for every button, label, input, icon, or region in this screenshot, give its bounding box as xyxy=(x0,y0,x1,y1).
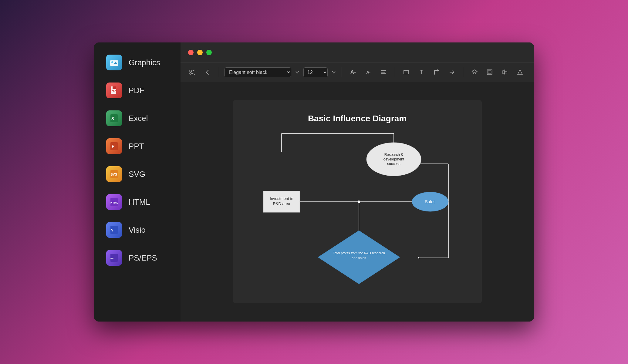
toolbar: Elegant soft black Arial Helvetica 12 81… xyxy=(181,62,534,82)
title-bar xyxy=(181,42,534,62)
html-label: HTML xyxy=(129,197,150,207)
svg-text:Sales: Sales xyxy=(425,199,435,204)
pseps-label: PS/EPS xyxy=(129,253,157,263)
svg-text:PS: PS xyxy=(110,257,114,260)
canvas-area: Basic Influence Diagram xyxy=(181,82,534,322)
maximize-button[interactable] xyxy=(206,50,212,55)
connector-button[interactable] xyxy=(431,66,442,78)
toolbar-divider-4 xyxy=(463,67,463,77)
svg-point-41 xyxy=(358,201,360,203)
svg-rect-25 xyxy=(404,70,409,74)
graphics-label: Graphics xyxy=(129,58,160,67)
ppt-icon: P xyxy=(106,138,122,154)
layers-button[interactable] xyxy=(469,66,480,78)
svg-text:P: P xyxy=(112,144,114,149)
sidebar-item-pdf[interactable]: PDF PDF xyxy=(97,77,177,104)
svg-line-21 xyxy=(191,73,195,75)
svg-line-20 xyxy=(191,70,195,72)
scissors-button[interactable] xyxy=(187,66,198,78)
svg-point-19 xyxy=(190,72,191,74)
svg-text:Research &: Research & xyxy=(384,153,403,157)
rectangle-button[interactable] xyxy=(400,66,412,78)
svg-point-1 xyxy=(111,61,113,63)
svg-text:Investment in: Investment in xyxy=(270,196,293,201)
svg-rect-28 xyxy=(488,71,491,74)
svg-marker-32 xyxy=(518,70,522,75)
svg-text:Total profits from the R&D res: Total profits from the R&D research xyxy=(333,251,385,255)
sidebar-item-ppt[interactable]: P PPT xyxy=(97,133,177,160)
svg-text:SVG: SVG xyxy=(111,173,117,176)
svg-rect-30 xyxy=(503,71,505,74)
svg-text:R&D area: R&D area xyxy=(273,201,290,206)
svg-rect-27 xyxy=(487,70,492,75)
svg-text:HTML: HTML xyxy=(110,201,118,204)
frame-button[interactable] xyxy=(484,66,495,78)
pdf-icon: PDF xyxy=(106,83,122,98)
sidebar-item-pseps[interactable]: PS PS/EPS xyxy=(97,244,177,271)
sidebar: Graphics PDF PDF X Excel xyxy=(94,42,181,322)
align-horizontal-button[interactable] xyxy=(514,66,526,78)
html-icon: HTML xyxy=(106,194,122,210)
svg-icon: SVG xyxy=(106,166,122,182)
back-button[interactable] xyxy=(202,66,213,78)
svg-text:V: V xyxy=(111,228,113,232)
excel-icon: X xyxy=(106,110,122,126)
diagram-title: Basic Influence Diagram xyxy=(308,114,407,123)
sidebar-item-svg[interactable]: SVG SVG xyxy=(97,161,177,187)
close-button[interactable] xyxy=(188,50,194,55)
svg-text:X: X xyxy=(111,116,114,121)
svg-point-18 xyxy=(190,70,191,72)
sidebar-item-graphics[interactable]: Graphics xyxy=(97,49,177,76)
sidebar-item-html[interactable]: HTML HTML xyxy=(97,189,177,215)
arrow-button[interactable] xyxy=(446,66,457,78)
visio-label: Visio xyxy=(129,225,146,235)
app-window: Graphics PDF PDF X Excel xyxy=(94,42,534,322)
visio-icon: V xyxy=(106,222,122,238)
size-dropdown-icon xyxy=(331,70,336,75)
toolbar-divider-2 xyxy=(342,67,342,77)
svg-rect-0 xyxy=(110,60,118,66)
pseps-icon: PS xyxy=(106,250,122,266)
svg-rect-4 xyxy=(113,86,116,89)
svg-text:PDF: PDF xyxy=(112,90,116,92)
sidebar-item-excel[interactable]: X Excel xyxy=(97,105,177,132)
excel-label: Excel xyxy=(129,114,148,123)
toolbar-divider-3 xyxy=(395,67,395,77)
minimize-button[interactable] xyxy=(197,50,203,55)
font-selector[interactable]: Elegant soft black Arial Helvetica xyxy=(225,67,291,77)
align-button[interactable] xyxy=(378,66,389,78)
svg-text:success: success xyxy=(387,162,400,166)
sidebar-item-visio[interactable]: V Visio xyxy=(97,217,177,243)
size-selector[interactable]: 12 8101416 xyxy=(303,67,328,77)
ppt-label: PPT xyxy=(129,142,144,151)
graphics-icon xyxy=(106,55,122,70)
diagram-canvas[interactable]: Basic Influence Diagram xyxy=(233,100,482,303)
toolbar-divider-1 xyxy=(219,67,219,77)
align-vertical-button[interactable] xyxy=(499,66,511,78)
svg-text:and sales: and sales xyxy=(352,256,366,260)
increase-font-button[interactable]: A+ xyxy=(347,66,359,78)
pdf-label: PDF xyxy=(129,86,144,95)
font-dropdown-icon xyxy=(295,70,300,75)
svg-label: SVG xyxy=(129,170,145,179)
svg-rect-31 xyxy=(505,71,507,73)
svg-text:development: development xyxy=(383,157,404,161)
main-content: Elegant soft black Arial Helvetica 12 81… xyxy=(181,42,534,322)
text-button[interactable]: T xyxy=(416,66,427,78)
diagram-svg: Investment in R&D area Research & develo… xyxy=(248,130,467,294)
decrease-font-button[interactable]: A- xyxy=(363,66,374,78)
